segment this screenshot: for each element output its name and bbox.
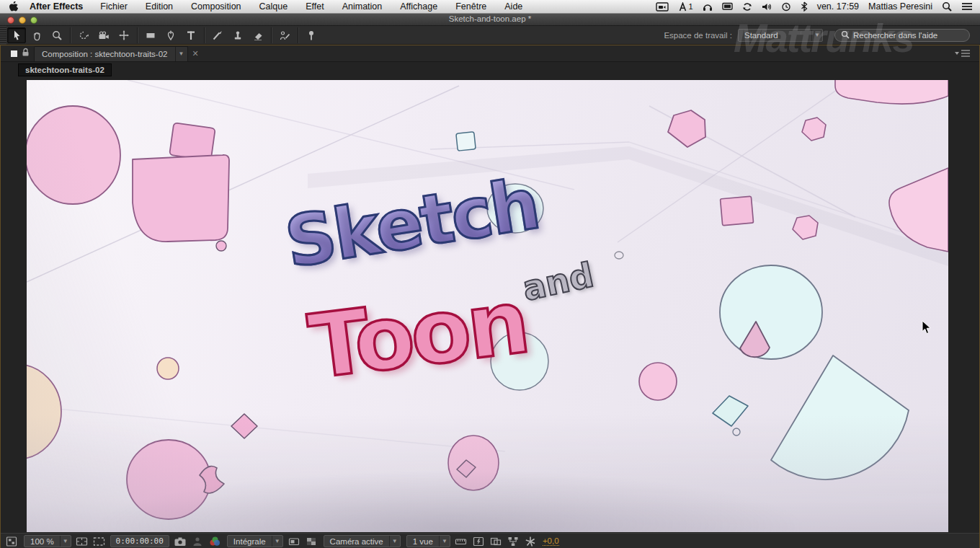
composition-tab[interactable]: Composition : sktechtoon-traits-02 ▼ [34, 46, 188, 61]
menu-fenetre[interactable]: Fenêtre [455, 1, 486, 12]
toolbar-separator [298, 27, 298, 43]
mini-flowchart-icon[interactable] [507, 536, 520, 547]
viewer-bottom-bar: 100 % ▼ 0:00:00:00 Intégrale ▼ [1, 533, 979, 548]
shape-pink-rounded-square [133, 155, 229, 242]
hand-tool[interactable] [27, 27, 46, 43]
fast-previews-icon[interactable] [288, 536, 300, 547]
shape-blue-fan [771, 355, 909, 480]
view-layout-dropdown[interactable]: 1 vue ▼ [406, 535, 450, 547]
channels-icon[interactable] [208, 536, 221, 547]
adjust-exposure-icon[interactable] [524, 536, 537, 547]
selection-tool[interactable] [7, 27, 26, 43]
shape-blue-circle-large [720, 265, 822, 359]
region-of-interest-icon[interactable] [93, 536, 106, 547]
menu-edition[interactable]: Edition [146, 1, 173, 12]
safe-margins-icon[interactable] [76, 536, 89, 547]
comp-flowchart-icon[interactable] [472, 536, 485, 547]
help-search-box[interactable] [834, 29, 970, 42]
shape-tool[interactable] [141, 27, 160, 43]
chevron-down-icon: ▼ [272, 536, 282, 547]
tab-close-icon[interactable]: ✕ [192, 49, 199, 58]
pan-behind-tool[interactable] [115, 27, 133, 43]
chevron-down-icon: ▼ [811, 30, 822, 41]
exposure-value[interactable]: +0,0 [543, 536, 559, 546]
apple-icon[interactable] [9, 1, 18, 12]
display-icon[interactable] [722, 2, 733, 12]
toolbar-separator [70, 27, 71, 43]
shape-pink-square-small [169, 123, 215, 161]
type-tool[interactable] [182, 27, 200, 43]
magnification-dropdown[interactable]: 100 % ▼ [24, 535, 71, 547]
screen-record-icon[interactable] [656, 2, 669, 12]
shape-pink-hexagon [668, 110, 705, 147]
roto-brush-tool[interactable] [275, 27, 294, 43]
resolution-value: Intégrale [228, 537, 272, 546]
snapshot-icon[interactable] [174, 536, 187, 547]
sync-icon[interactable] [742, 2, 752, 12]
shape-blue-diamond-small [713, 396, 748, 426]
composition-canvas[interactable]: Sketch and Toon [27, 80, 948, 532]
menubar-user-name[interactable]: Mattias Peresini [868, 1, 932, 12]
timecode-display[interactable]: 0:00:00:00 [110, 535, 169, 547]
menu-calque[interactable]: Calque [259, 1, 288, 12]
bluetooth-icon[interactable] [801, 1, 808, 12]
timeline-icon[interactable] [455, 536, 468, 547]
pen-tool[interactable] [161, 27, 180, 43]
help-search-input[interactable] [853, 31, 961, 40]
lock-icon[interactable] [22, 47, 30, 60]
spotlight-icon[interactable] [942, 1, 952, 12]
shape-blue-square-small [456, 132, 476, 151]
chevron-down-icon: ▼ [389, 536, 400, 547]
eraser-tool[interactable] [249, 27, 267, 43]
panel-menu-icon[interactable] [955, 49, 971, 58]
shape-pink-square-right [721, 196, 754, 226]
tools-toolbar: Espace de travail : Standard ▼ [0, 26, 980, 45]
shape-pink-rounded-rect-topright [835, 80, 948, 104]
input-source-icon[interactable]: 1 [678, 2, 693, 12]
window-title: Sketch-and-toon.aep * [0, 14, 980, 23]
zoom-tool[interactable] [48, 27, 66, 43]
volume-icon[interactable] [762, 2, 772, 12]
rotation-tool[interactable] [74, 27, 93, 43]
notification-center-icon[interactable] [961, 2, 973, 11]
menu-app-name[interactable]: After Effects [30, 1, 83, 12]
shape-pink-circle-mid [639, 363, 677, 400]
workspace-label: Espace de travail : [664, 31, 732, 40]
menu-animation[interactable]: Animation [342, 1, 383, 12]
pixel-aspect-icon[interactable] [489, 536, 502, 547]
composition-panel: Composition : sktechtoon-traits-02 ▼ ✕ s… [0, 45, 980, 548]
shape-pink-hexagon-small [802, 118, 826, 141]
macos-menubar: After Effects Fichier Edition Compositio… [0, 0, 980, 14]
clone-stamp-tool[interactable] [228, 27, 247, 43]
flowchart-icon[interactable] [5, 536, 18, 547]
shape-pink-circle-bottomleft [127, 440, 210, 519]
menu-aide[interactable]: Aide [504, 1, 522, 12]
shape-pink-diamond [231, 414, 257, 438]
input-source-badge: 1 [689, 2, 693, 11]
workspace-dropdown[interactable]: Standard ▼ [738, 29, 823, 42]
toolbar-grip[interactable] [0, 26, 6, 45]
shape-gray-dot [615, 252, 623, 259]
resolution-dropdown[interactable]: Intégrale ▼ [227, 535, 283, 547]
menu-composition[interactable]: Composition [191, 1, 241, 12]
menubar-clock[interactable]: ven. 17:59 [817, 1, 859, 12]
menu-effet[interactable]: Effet [306, 1, 324, 12]
camera-value: Caméra active [324, 537, 389, 546]
menu-affichage[interactable]: Affichage [400, 1, 437, 12]
magnification-value: 100 % [24, 537, 60, 546]
brush-tool[interactable] [208, 27, 227, 43]
time-machine-icon[interactable] [781, 2, 791, 12]
puppet-pin-tool[interactable] [302, 27, 321, 43]
shape-peach-circle-left-edge [27, 364, 61, 459]
shape-pink-hexagon-mid [793, 216, 818, 239]
chevron-down-icon: ▼ [60, 536, 71, 547]
menu-fichier[interactable]: Fichier [100, 1, 128, 12]
show-snapshot-icon[interactable] [191, 536, 204, 547]
panel-tab-strip: Composition : sktechtoon-traits-02 ▼ ✕ [1, 45, 979, 62]
camera-tool[interactable] [94, 27, 113, 43]
window-titlebar[interactable]: Sketch-and-toon.aep * [0, 14, 980, 26]
transparency-grid-icon[interactable] [305, 536, 318, 547]
camera-dropdown[interactable]: Caméra active ▼ [324, 535, 401, 547]
tab-dropdown-icon[interactable]: ▼ [175, 47, 187, 61]
headphones-icon[interactable] [703, 2, 713, 12]
